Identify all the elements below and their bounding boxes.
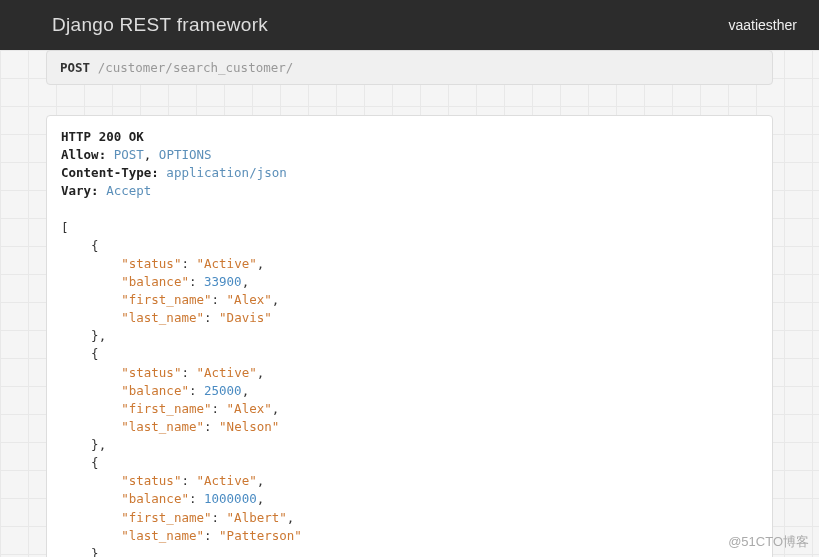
response-body: [ { "status": "Active", "balance": 33900… (61, 219, 758, 558)
response-status-line: HTTP 200 OK (61, 128, 758, 146)
json-colon: : (204, 419, 219, 434)
json-string: "Patterson" (219, 528, 302, 543)
header-name: Vary: (61, 183, 106, 198)
response-header-row: Content-Type: application/json (61, 164, 758, 182)
json-comma: , (287, 510, 295, 525)
brand-link[interactable]: Django REST framework (52, 14, 268, 36)
json-key: "last_name" (121, 310, 204, 325)
content-area: POST /customer/search_customer/ HTTP 200… (0, 50, 819, 557)
json-comma: , (99, 328, 107, 343)
json-colon: : (212, 401, 227, 416)
json-key: "status" (121, 365, 181, 380)
json-brace: } (91, 546, 99, 557)
json-colon: : (204, 528, 219, 543)
json-key: "balance" (121, 491, 189, 506)
json-comma: , (257, 365, 265, 380)
header-separator: , (144, 147, 159, 162)
json-brace: } (91, 437, 99, 452)
json-key: "status" (121, 256, 181, 271)
json-key: "first_name" (121, 292, 211, 307)
json-comma: , (99, 437, 107, 452)
header-value[interactable]: OPTIONS (159, 147, 212, 162)
json-colon: : (181, 473, 196, 488)
json-string: "Active" (197, 365, 257, 380)
header-value[interactable]: Accept (106, 183, 151, 198)
response-headers: Allow: POST, OPTIONSContent-Type: applic… (61, 146, 758, 200)
request-summary: POST /customer/search_customer/ (46, 50, 773, 85)
watermark: @51CTO博客 (728, 533, 809, 551)
json-string: "Alex" (227, 401, 272, 416)
json-comma: , (272, 401, 280, 416)
json-brace: } (91, 328, 99, 343)
response-header-row: Vary: Accept (61, 182, 758, 200)
response-panel: HTTP 200 OK Allow: POST, OPTIONSContent-… (46, 115, 773, 557)
json-key: "first_name" (121, 510, 211, 525)
json-key: "last_name" (121, 419, 204, 434)
json-key: "status" (121, 473, 181, 488)
header-value[interactable]: POST (114, 147, 144, 162)
json-string: "Davis" (219, 310, 272, 325)
json-key: "last_name" (121, 528, 204, 543)
json-colon: : (181, 256, 196, 271)
json-string: "Albert" (227, 510, 287, 525)
json-comma: , (272, 292, 280, 307)
status-text: HTTP 200 OK (61, 129, 144, 144)
json-comma: , (257, 473, 265, 488)
json-colon: : (212, 292, 227, 307)
request-path: /customer/search_customer/ (90, 60, 293, 75)
header-name: Allow: (61, 147, 114, 162)
top-header: Django REST framework vaatiesther (0, 0, 819, 50)
json-number: 1000000 (204, 491, 257, 506)
json-brace: { (91, 238, 99, 253)
json-key: "first_name" (121, 401, 211, 416)
json-string: "Active" (197, 256, 257, 271)
json-colon: : (181, 365, 196, 380)
json-key: "balance" (121, 383, 189, 398)
json-colon: : (189, 274, 204, 289)
request-method: POST (60, 60, 90, 75)
json-brace: { (91, 346, 99, 361)
header-name: Content-Type: (61, 165, 166, 180)
json-number: 33900 (204, 274, 242, 289)
response-header-row: Allow: POST, OPTIONS (61, 146, 758, 164)
json-string: "Active" (197, 473, 257, 488)
user-menu[interactable]: vaatiesther (729, 17, 797, 33)
json-string: "Nelson" (219, 419, 279, 434)
json-colon: : (212, 510, 227, 525)
json-comma: , (257, 256, 265, 271)
json-key: "balance" (121, 274, 189, 289)
json-bracket: [ (61, 220, 69, 235)
header-value[interactable]: application/json (166, 165, 286, 180)
json-string: "Alex" (227, 292, 272, 307)
json-colon: : (189, 491, 204, 506)
json-comma: , (242, 383, 250, 398)
json-comma: , (257, 491, 265, 506)
json-number: 25000 (204, 383, 242, 398)
json-colon: : (189, 383, 204, 398)
json-brace: { (91, 455, 99, 470)
json-colon: : (204, 310, 219, 325)
json-comma: , (242, 274, 250, 289)
